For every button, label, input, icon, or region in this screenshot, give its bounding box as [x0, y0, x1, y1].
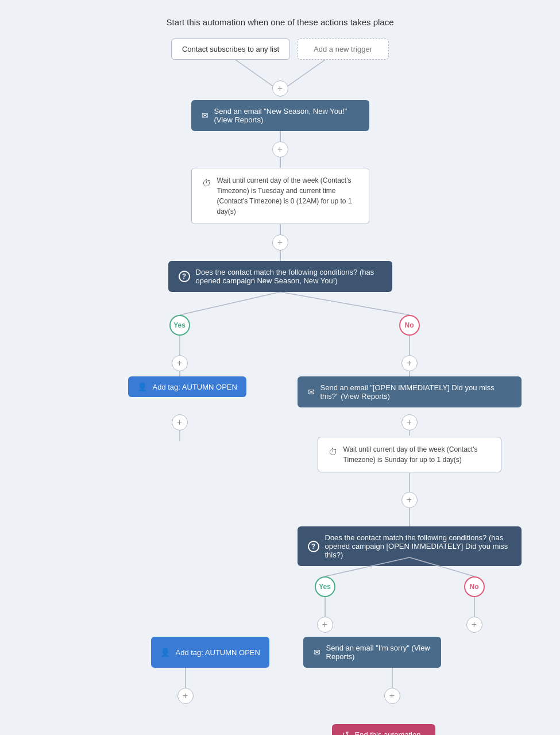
add-after-tag2[interactable]: +	[177, 688, 194, 704]
tag2-label: Add tag: AUTUMN OPEN	[176, 648, 260, 657]
branch-1-container: Yes No + + 👤 Add tag: AUTUMN OPEN ✉ Send…	[85, 292, 476, 637]
page-title: Start this automation when one of these …	[166, 17, 393, 27]
svg-line-3	[280, 292, 410, 315]
connector-2: +	[272, 224, 288, 261]
add-step-yes-2[interactable]: +	[317, 617, 333, 633]
branch-2-steps-row: 👤 Add tag: AUTUMN OPEN ✉ Send an email "…	[85, 637, 476, 668]
line-1	[280, 131, 281, 141]
trigger-row: Contact subscribes to any list Add a new…	[171, 39, 389, 60]
add-step-after-wait2[interactable]: +	[401, 492, 418, 508]
add-step-no-1[interactable]: +	[401, 355, 418, 371]
line-3	[280, 224, 281, 234]
line-2	[280, 157, 281, 168]
trigger-add-new[interactable]: Add a new trigger	[297, 39, 389, 60]
clock-icon-1: ⏱	[202, 176, 211, 190]
step-wait-2[interactable]: ⏱ Wait until current day of the week (Co…	[318, 437, 501, 472]
refresh-icon: ↺	[342, 730, 349, 735]
yes-badge-1: Yes	[169, 315, 190, 336]
connector-1: +	[272, 131, 288, 168]
step-condition-2[interactable]: ? Does the contact match the following c…	[298, 526, 522, 566]
email2-label: Send an email "[OPEN IMMEDIATELY] Did yo…	[320, 383, 511, 401]
question-icon-2: ?	[308, 541, 319, 552]
email1-label: Send an email "New Season, New You!" (Vi…	[214, 107, 359, 124]
wait2-label: Wait until current day of the week (Cont…	[343, 444, 491, 465]
wait1-label: Wait until current day of the week (Cont…	[217, 175, 358, 217]
person-icon-2: 👤	[160, 648, 170, 657]
clock-icon-2: ⏱	[329, 445, 338, 459]
step-condition-1[interactable]: ? Does the contact match the following c…	[168, 261, 392, 292]
step-tag-2[interactable]: 👤 Add tag: AUTUMN OPEN	[151, 637, 269, 668]
step-tag-1[interactable]: 👤 Add tag: AUTUMN OPEN	[128, 376, 246, 397]
line-4	[280, 251, 281, 261]
person-icon-1: 👤	[137, 382, 147, 391]
add-step-after-tag-1[interactable]: +	[172, 414, 188, 430]
no-badge-1: No	[399, 315, 420, 336]
final-connectors: + +	[85, 668, 476, 714]
envelope-icon-3: ✉	[314, 648, 320, 657]
step-email-2[interactable]: ✉ Send an email "[OPEN IMMEDIATELY] Did …	[298, 376, 522, 407]
question-icon-1: ?	[179, 271, 190, 282]
add-step-btn-2[interactable]: +	[272, 234, 288, 251]
add-after-email3[interactable]: +	[384, 688, 400, 704]
step-end[interactable]: ↺ End this automation	[332, 724, 435, 735]
tag1-label: Add tag: AUTUMN OPEN	[153, 383, 237, 391]
envelope-icon-2: ✉	[308, 387, 315, 397]
step-email-1[interactable]: ✉ Send an email "New Season, New You!" (…	[191, 100, 369, 131]
add-step-btn-1[interactable]: +	[272, 141, 288, 157]
step-email-3[interactable]: ✉ Send an email "I'm sorry" (View Report…	[303, 637, 441, 668]
envelope-icon-1: ✉	[202, 111, 208, 120]
end-row: ↺ End this automation	[85, 724, 476, 735]
add-step-after-email2[interactable]: +	[401, 414, 418, 430]
condition2-label: Does the contact match the following con…	[325, 533, 511, 559]
condition1-label: Does the contact match the following con…	[196, 268, 382, 285]
trigger-subscribe[interactable]: Contact subscribes to any list	[171, 39, 290, 60]
svg-line-2	[180, 292, 280, 315]
yes-badge-2: Yes	[315, 576, 335, 597]
add-step-no-2[interactable]: +	[466, 617, 482, 633]
end-label: End this automation	[355, 730, 421, 736]
add-step-yes-1[interactable]: +	[172, 355, 188, 371]
no-badge-2: No	[464, 576, 485, 597]
final-lines	[85, 668, 476, 714]
step-wait-1[interactable]: ⏱ Wait until current day of the week (Co…	[191, 168, 369, 224]
email3-label: Send an email "I'm sorry" (View Reports)	[326, 644, 431, 661]
add-step-btn-0[interactable]: +	[272, 80, 288, 97]
